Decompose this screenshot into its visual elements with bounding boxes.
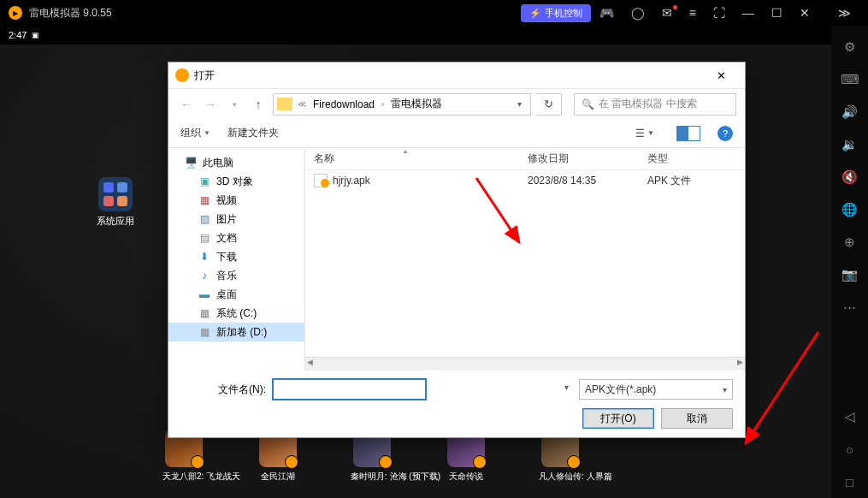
minimize-icon[interactable]: — bbox=[735, 3, 761, 23]
keyboard-icon[interactable]: ⌨ bbox=[837, 67, 863, 92]
system-apps-icon[interactable]: 系统应用 bbox=[94, 177, 137, 228]
cancel-button[interactable]: 取消 bbox=[661, 408, 733, 429]
new-folder-button[interactable]: 新建文件夹 bbox=[227, 126, 279, 140]
tree-label: 音乐 bbox=[216, 269, 237, 283]
tree-item-desktop[interactable]: ▬桌面 bbox=[168, 285, 304, 304]
phone-control-button[interactable]: 手机控制 bbox=[521, 4, 591, 22]
chevron-right-icon: › bbox=[381, 99, 384, 109]
view-mode-button[interactable]: ☰ ▼ bbox=[630, 126, 659, 141]
refresh-icon[interactable]: ↻ bbox=[536, 93, 562, 116]
organize-label: 组织 bbox=[180, 126, 201, 140]
filetype-label: APK文件(*.apk) bbox=[585, 382, 656, 397]
chevron-icon: ≪ bbox=[298, 99, 306, 109]
globe-icon[interactable]: 🌐 bbox=[837, 197, 863, 222]
open-button[interactable]: 打开(O) bbox=[582, 408, 654, 429]
back-nav-icon[interactable]: ◁ bbox=[837, 404, 863, 430]
tree-label: 新加卷 (D:) bbox=[216, 325, 267, 340]
nav-recent-icon[interactable]: ▾ bbox=[225, 95, 244, 114]
volume-up-icon[interactable]: 🔊 bbox=[837, 99, 863, 125]
dialog-body: 🖥️此电脑 ▣3D 对象 ▦视频 ▨图片 ▤文档 ⬇下载 ♪音乐 ▬桌面 ▦系统… bbox=[168, 148, 745, 371]
pc-icon: 🖥️ bbox=[184, 157, 198, 169]
tree-label: 桌面 bbox=[216, 288, 237, 302]
preview-toggle-button[interactable] bbox=[676, 126, 700, 141]
more-icon[interactable]: ⋯ bbox=[837, 294, 863, 320]
tree-item-pictures[interactable]: ▨图片 bbox=[168, 210, 304, 228]
app-label: 凡人修仙传: 人界篇 bbox=[539, 471, 582, 483]
app-title: 雷电模拟器 9.0.55 bbox=[29, 6, 112, 21]
search-placeholder: 在 雷电模拟器 中搜索 bbox=[599, 97, 697, 111]
mute-icon[interactable]: 🔇 bbox=[837, 164, 863, 190]
filename-dropdown-icon[interactable]: ▾ bbox=[564, 382, 569, 392]
organize-button[interactable]: 组织▼ bbox=[180, 126, 210, 140]
file-date: 2023/8/8 14:35 bbox=[519, 175, 639, 187]
folder-tree: 🖥️此电脑 ▣3D 对象 ▦视频 ▨图片 ▤文档 ⬇下载 ♪音乐 ▬桌面 ▦系统… bbox=[168, 148, 305, 371]
app-label: 天龙八部2: 飞龙战天 bbox=[162, 471, 205, 483]
home-nav-icon[interactable]: ○ bbox=[837, 436, 863, 462]
path-dropdown-icon[interactable]: ▾ bbox=[512, 99, 527, 109]
tree-item-this-pc[interactable]: 🖥️此电脑 bbox=[168, 153, 304, 172]
file-list: ▴ 名称 修改日期 类型 hjrjy.apk 2023/8/8 14:35 AP… bbox=[305, 148, 745, 371]
drive-icon: ▦ bbox=[198, 307, 211, 319]
dialog-close-icon[interactable]: ✕ bbox=[704, 69, 738, 82]
tree-label: 文档 bbox=[216, 231, 237, 246]
tree-label: 系统 (C:) bbox=[216, 306, 257, 321]
settings-icon[interactable]: ⚙ bbox=[837, 34, 863, 60]
horizontal-scrollbar[interactable] bbox=[305, 357, 745, 371]
filetype-select[interactable]: APK文件(*.apk) bbox=[579, 379, 733, 400]
phone-control-label: 手机控制 bbox=[545, 7, 582, 20]
mail-icon[interactable]: ✉ bbox=[655, 3, 679, 23]
file-name: hjrjy.apk bbox=[333, 175, 370, 187]
dialog-titlebar: 打开 ✕ bbox=[168, 62, 745, 88]
android-status-bar: 2:47 ▣ ▼ ◢ ▮ bbox=[0, 26, 868, 44]
system-apps-label: 系统应用 bbox=[94, 215, 137, 228]
tree-item-drive-d[interactable]: ▦新加卷 (D:) bbox=[168, 323, 304, 341]
status-time: 2:47 bbox=[9, 30, 27, 40]
recent-nav-icon[interactable]: □ bbox=[837, 469, 863, 495]
app-label: 全民江湖 bbox=[257, 471, 299, 483]
help-button[interactable]: ? bbox=[717, 126, 733, 141]
download-icon: ⬇ bbox=[198, 251, 211, 263]
maximize-icon[interactable]: ☐ bbox=[765, 3, 789, 23]
gamepad-icon[interactable]: 🎮 bbox=[593, 3, 621, 23]
dialog-footer: 文件名(N): ▾ APK文件(*.apk) 打开(O) 取消 bbox=[168, 371, 745, 437]
tree-item-3d[interactable]: ▣3D 对象 bbox=[168, 172, 304, 191]
column-date[interactable]: 修改日期 bbox=[519, 151, 639, 166]
nav-forward-icon[interactable]: → bbox=[201, 95, 220, 114]
file-row[interactable]: hjrjy.apk 2023/8/8 14:35 APK 文件 bbox=[305, 170, 745, 191]
apk-file-icon bbox=[314, 174, 328, 187]
fullscreen-icon[interactable]: ⛶ bbox=[706, 3, 732, 23]
column-type[interactable]: 类型 bbox=[639, 151, 745, 166]
search-input[interactable]: 在 雷电模拟器 中搜索 bbox=[574, 93, 736, 116]
tree-label: 下载 bbox=[216, 250, 237, 264]
tree-item-music[interactable]: ♪音乐 bbox=[168, 266, 304, 285]
breadcrumb-segment[interactable]: Firedownload bbox=[308, 97, 380, 112]
video-icon: ▦ bbox=[198, 194, 211, 206]
new-folder-label: 新建文件夹 bbox=[227, 126, 279, 140]
breadcrumb-segment[interactable]: 雷电模拟器 bbox=[386, 95, 447, 113]
breadcrumb-path[interactable]: ≪ Firedownload › 雷电模拟器 ▾ bbox=[273, 93, 531, 116]
column-name[interactable]: 名称 bbox=[305, 151, 519, 166]
collapse-sidebar-icon[interactable]: ≫ bbox=[831, 3, 858, 23]
app-label: 天命传说 bbox=[445, 471, 487, 483]
folder-icon bbox=[277, 98, 292, 110]
dialog-nav-bar: ← → ▾ ↑ ≪ Firedownload › 雷电模拟器 ▾ ↻ 在 雷电模… bbox=[168, 88, 745, 119]
music-icon: ♪ bbox=[198, 270, 211, 282]
tree-item-drive-c[interactable]: ▦系统 (C:) bbox=[168, 304, 304, 323]
tree-item-documents[interactable]: ▤文档 bbox=[168, 228, 304, 247]
user-icon[interactable]: ◯ bbox=[624, 3, 652, 23]
volume-down-icon[interactable]: 🔉 bbox=[837, 132, 863, 157]
tree-label: 视频 bbox=[216, 193, 237, 208]
menu-icon[interactable]: ≡ bbox=[682, 3, 703, 23]
close-icon[interactable]: ✕ bbox=[793, 3, 817, 23]
app-titlebar: 雷电模拟器 9.0.55 手机控制 🎮 ◯ ✉ ≡ ⛶ — ☐ ✕ ≫ bbox=[0, 0, 868, 26]
drive-icon: ▦ bbox=[198, 326, 211, 338]
tree-item-videos[interactable]: ▦视频 bbox=[168, 191, 304, 210]
nav-up-icon[interactable]: ↑ bbox=[249, 95, 268, 114]
filename-input[interactable] bbox=[273, 379, 426, 400]
file-open-dialog: 打开 ✕ ← → ▾ ↑ ≪ Firedownload › 雷电模拟器 ▾ ↻ … bbox=[168, 62, 746, 438]
file-type: APK 文件 bbox=[639, 174, 745, 188]
nav-back-icon[interactable]: ← bbox=[177, 95, 196, 114]
tree-item-downloads[interactable]: ⬇下载 bbox=[168, 247, 304, 266]
screenshot-icon[interactable]: 📷 bbox=[837, 262, 863, 288]
install-icon[interactable]: ⊕ bbox=[837, 229, 863, 255]
